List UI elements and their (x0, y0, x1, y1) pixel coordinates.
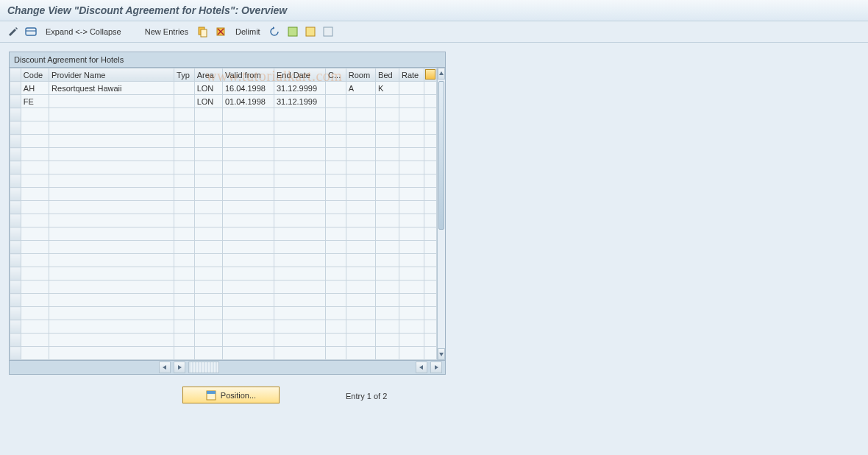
col-c[interactable]: C... (326, 68, 346, 82)
empty-cell[interactable] (346, 108, 375, 121)
deselect-all-icon[interactable] (322, 26, 334, 38)
cell-area[interactable]: LON (194, 82, 222, 95)
empty-cell[interactable] (49, 148, 174, 161)
empty-cell[interactable] (399, 121, 424, 135)
scroll-thumb[interactable] (438, 81, 444, 230)
empty-cell[interactable] (274, 135, 326, 148)
table-row[interactable] (10, 334, 437, 347)
toggle-display-change-icon[interactable] (7, 26, 19, 38)
empty-cell[interactable] (274, 241, 326, 254)
empty-cell[interactable] (376, 108, 399, 121)
empty-cell[interactable] (346, 174, 375, 188)
empty-cell[interactable] (222, 228, 274, 241)
empty-cell[interactable] (49, 307, 174, 320)
empty-cell[interactable] (194, 320, 222, 334)
table-row[interactable] (10, 201, 437, 214)
empty-cell[interactable] (174, 148, 195, 161)
empty-cell[interactable] (326, 228, 346, 241)
empty-cell[interactable] (174, 188, 195, 201)
empty-cell[interactable] (174, 307, 195, 320)
row-selector[interactable] (10, 135, 21, 148)
empty-cell[interactable] (274, 320, 326, 334)
empty-cell[interactable] (399, 307, 424, 320)
empty-cell[interactable] (399, 320, 424, 334)
table-row[interactable] (10, 228, 437, 241)
empty-cell[interactable] (49, 121, 174, 135)
empty-cell[interactable] (49, 320, 174, 334)
empty-cell[interactable] (49, 228, 174, 241)
empty-cell[interactable] (346, 334, 375, 347)
empty-cell[interactable] (346, 148, 375, 161)
table-row[interactable] (10, 241, 437, 254)
other-view-icon[interactable] (25, 26, 37, 38)
cell-typ[interactable] (174, 82, 195, 95)
empty-cell[interactable] (399, 334, 424, 347)
empty-cell[interactable] (376, 281, 399, 294)
row-selector[interactable] (10, 320, 21, 334)
empty-cell[interactable] (346, 294, 375, 307)
scroll-right-end-button[interactable] (430, 361, 442, 373)
cell-end_date[interactable]: 31.12.1999 (274, 95, 326, 108)
empty-cell[interactable] (222, 347, 274, 360)
empty-cell[interactable] (326, 307, 346, 320)
empty-cell[interactable] (49, 201, 174, 214)
empty-cell[interactable] (194, 121, 222, 135)
empty-cell[interactable] (194, 334, 222, 347)
empty-cell[interactable] (21, 201, 49, 214)
empty-cell[interactable] (346, 121, 375, 135)
row-selector[interactable] (10, 241, 21, 254)
empty-cell[interactable] (174, 108, 195, 121)
scroll-up-button[interactable] (438, 68, 445, 80)
col-select-all[interactable] (10, 68, 21, 82)
select-all-icon[interactable] (287, 26, 299, 38)
empty-cell[interactable] (174, 135, 195, 148)
position-button[interactable]: Position... (182, 387, 280, 403)
empty-cell[interactable] (222, 135, 274, 148)
empty-cell[interactable] (174, 254, 195, 267)
empty-cell[interactable] (274, 121, 326, 135)
empty-cell[interactable] (376, 121, 399, 135)
empty-cell[interactable] (346, 188, 375, 201)
empty-cell[interactable] (326, 161, 346, 174)
empty-cell[interactable] (326, 334, 346, 347)
row-selector[interactable] (10, 95, 21, 108)
empty-cell[interactable] (326, 281, 346, 294)
empty-cell[interactable] (346, 241, 375, 254)
empty-cell[interactable] (222, 161, 274, 174)
table-row[interactable]: FELON01.04.199831.12.1999 (10, 95, 437, 108)
empty-cell[interactable] (174, 201, 195, 214)
table-row[interactable] (10, 267, 437, 281)
table-row[interactable] (10, 161, 437, 174)
empty-cell[interactable] (21, 307, 49, 320)
copy-as-icon[interactable] (197, 26, 209, 38)
col-end-date[interactable]: End Date (274, 68, 326, 82)
col-valid-from[interactable]: Valid from (222, 68, 274, 82)
empty-cell[interactable] (376, 161, 399, 174)
hscroll-track[interactable] (188, 361, 219, 373)
col-room[interactable]: Room (346, 68, 375, 82)
empty-cell[interactable] (174, 161, 195, 174)
empty-cell[interactable] (222, 188, 274, 201)
empty-cell[interactable] (346, 214, 375, 228)
empty-cell[interactable] (222, 241, 274, 254)
empty-cell[interactable] (274, 161, 326, 174)
empty-cell[interactable] (49, 108, 174, 121)
cell-provider[interactable]: Resortquest Hawaii (49, 82, 174, 95)
empty-cell[interactable] (376, 307, 399, 320)
empty-cell[interactable] (274, 228, 326, 241)
empty-cell[interactable] (326, 267, 346, 281)
empty-cell[interactable] (376, 228, 399, 241)
empty-cell[interactable] (326, 294, 346, 307)
empty-cell[interactable] (21, 267, 49, 281)
empty-cell[interactable] (222, 307, 274, 320)
empty-cell[interactable] (49, 254, 174, 267)
empty-cell[interactable] (21, 241, 49, 254)
empty-cell[interactable] (222, 254, 274, 267)
empty-cell[interactable] (194, 148, 222, 161)
empty-cell[interactable] (274, 254, 326, 267)
empty-cell[interactable] (399, 214, 424, 228)
row-selector[interactable] (10, 201, 21, 214)
table-row[interactable] (10, 307, 437, 320)
empty-cell[interactable] (21, 334, 49, 347)
empty-cell[interactable] (174, 241, 195, 254)
